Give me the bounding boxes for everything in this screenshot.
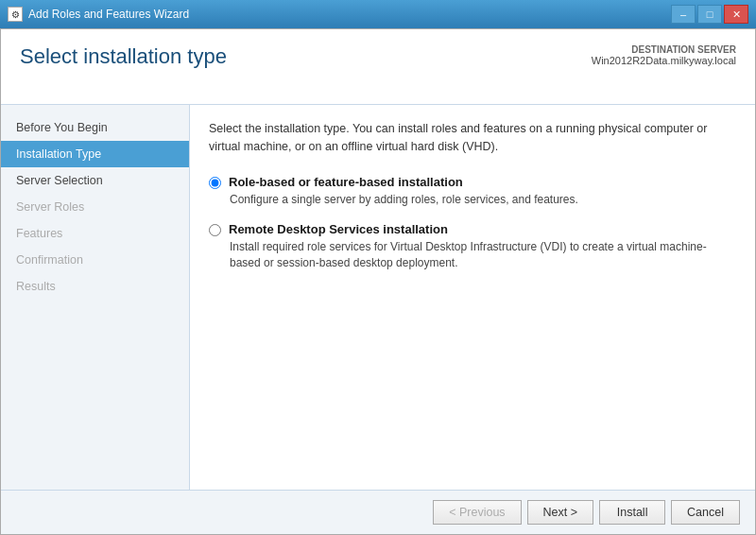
sidebar-item-features: Features <box>1 220 189 247</box>
radio-input-role-based[interactable] <box>209 177 221 189</box>
destination-label: DESTINATION SERVER <box>592 44 736 55</box>
radio-desc-remote-desktop: Install required role services for Virtu… <box>230 239 736 271</box>
radio-option-role-based[interactable]: Role-based or feature-based installation… <box>209 175 736 208</box>
sidebar-item-confirmation: Confirmation <box>1 247 189 273</box>
cancel-button[interactable]: Cancel <box>671 500 740 525</box>
window-title: Add Roles and Features Wizard <box>28 8 189 21</box>
body: Before You Begin Installation Type Serve… <box>1 105 755 490</box>
maximize-button[interactable]: □ <box>697 5 722 24</box>
sidebar-item-results: Results <box>1 273 189 300</box>
radio-option-remote-desktop[interactable]: Remote Desktop Services installation Ins… <box>209 222 736 271</box>
radio-label-role-based[interactable]: Role-based or feature-based installation <box>209 175 736 189</box>
install-button[interactable]: Install <box>599 500 665 525</box>
title-bar-left: ⚙ Add Roles and Features Wizard <box>8 7 189 22</box>
content-area: Select the installation type. You can in… <box>190 105 755 490</box>
radio-title-role-based: Role-based or feature-based installation <box>229 175 463 189</box>
next-button[interactable]: Next > <box>527 500 593 525</box>
title-bar: ⚙ Add Roles and Features Wizard – □ ✕ <box>0 0 756 28</box>
page-title: Select installation type <box>20 44 227 69</box>
title-bar-controls: – □ ✕ <box>671 5 748 24</box>
radio-label-remote-desktop[interactable]: Remote Desktop Services installation <box>209 222 736 236</box>
sidebar-item-server-roles: Server Roles <box>1 194 189 220</box>
sidebar-item-before-you-begin[interactable]: Before You Begin <box>1 114 189 141</box>
minimize-button[interactable]: – <box>671 5 696 24</box>
radio-desc-role-based: Configure a single server by adding role… <box>230 192 736 208</box>
sidebar-item-server-selection[interactable]: Server Selection <box>1 167 189 194</box>
close-button[interactable]: ✕ <box>724 5 748 24</box>
main-window: Select installation type DESTINATION SER… <box>0 28 756 535</box>
destination-server-info: DESTINATION SERVER Win2012R2Data.milkywa… <box>592 44 736 66</box>
previous-button[interactable]: < Previous <box>433 500 521 525</box>
header: Select installation type DESTINATION SER… <box>1 29 755 105</box>
footer: < Previous Next > Install Cancel <box>1 490 755 534</box>
sidebar-item-installation-type[interactable]: Installation Type <box>1 141 189 167</box>
radio-title-remote-desktop: Remote Desktop Services installation <box>229 222 448 236</box>
radio-input-remote-desktop[interactable] <box>209 224 221 236</box>
content-description: Select the installation type. You can in… <box>209 120 736 156</box>
sidebar: Before You Begin Installation Type Serve… <box>1 105 190 490</box>
destination-server-name: Win2012R2Data.milkyway.local <box>592 55 736 66</box>
app-icon: ⚙ <box>8 7 23 22</box>
